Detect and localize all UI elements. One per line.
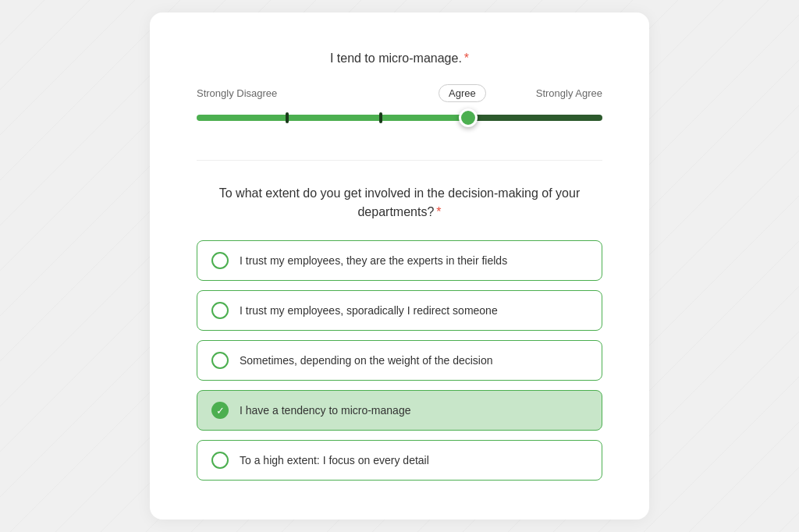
- option-radio-1: [211, 252, 229, 269]
- slider-question-title: I tend to micro-manage.*: [197, 51, 602, 66]
- slider-track-container[interactable]: [197, 107, 602, 129]
- survey-card: I tend to micro-manage.* Strongly Disagr…: [150, 12, 649, 520]
- option-radio-2: [211, 302, 229, 319]
- slider-thumb[interactable]: [459, 108, 478, 127]
- mc-section: To what extent do you get involved in th…: [197, 184, 602, 481]
- agree-badge: Agree: [439, 84, 486, 102]
- option-radio-5: [211, 452, 229, 469]
- slider-labels: Strongly Disagree Agree Strongly Agree: [197, 87, 602, 99]
- option-item-1[interactable]: I trust my employees, they are the exper…: [197, 240, 602, 281]
- option-text-3: Sometimes, depending on the weight of th…: [240, 354, 493, 367]
- option-radio-3: [211, 352, 229, 369]
- slider-section: I tend to micro-manage.* Strongly Disagr…: [197, 51, 602, 129]
- slider-question-text: I tend to micro-manage.: [330, 51, 462, 65]
- option-item-5[interactable]: To a high extent: I focus on every detai…: [197, 440, 602, 481]
- option-item-4[interactable]: ✓ I have a tendency to micro-manage: [197, 390, 602, 431]
- option-checkmark-4: ✓: [211, 402, 229, 419]
- options-list: I trust my employees, they are the exper…: [197, 240, 602, 481]
- mc-question-title: To what extent do you get involved in th…: [197, 184, 602, 222]
- slider-track: [197, 115, 602, 121]
- option-text-1: I trust my employees, they are the exper…: [240, 254, 507, 267]
- mc-question-text: To what extent do you get involved in th…: [219, 186, 581, 218]
- mc-required-star: *: [436, 205, 441, 218]
- slider-tick-2: [379, 112, 382, 123]
- option-item-3[interactable]: Sometimes, depending on the weight of th…: [197, 340, 602, 381]
- slider-label-left: Strongly Disagree: [197, 87, 277, 99]
- option-text-4: I have a tendency to micro-manage: [240, 404, 410, 417]
- option-item-2[interactable]: I trust my employees, sporadically I red…: [197, 290, 602, 331]
- slider-required-star: *: [464, 51, 469, 65]
- option-text-2: I trust my employees, sporadically I red…: [240, 304, 498, 317]
- section-divider: [197, 160, 602, 161]
- slider-tick-1: [286, 112, 289, 123]
- option-text-5: To a high extent: I focus on every detai…: [240, 454, 429, 466]
- slider-label-right: Strongly Agree: [536, 87, 602, 99]
